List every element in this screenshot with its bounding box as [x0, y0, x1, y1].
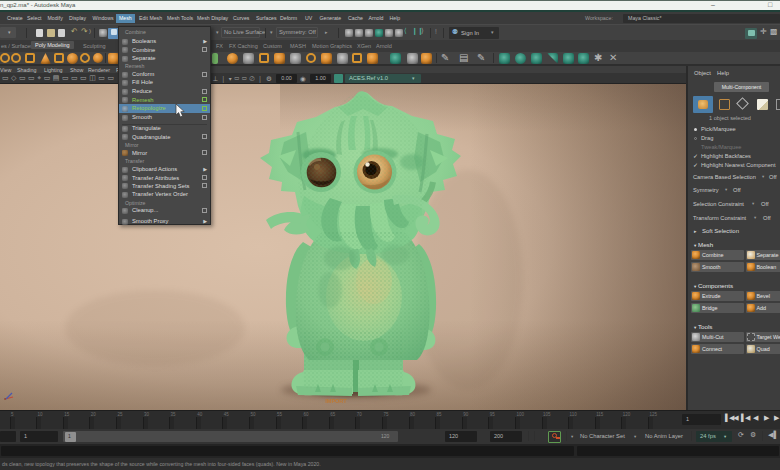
- svg-text:IMPORT: IMPORT: [325, 398, 347, 404]
